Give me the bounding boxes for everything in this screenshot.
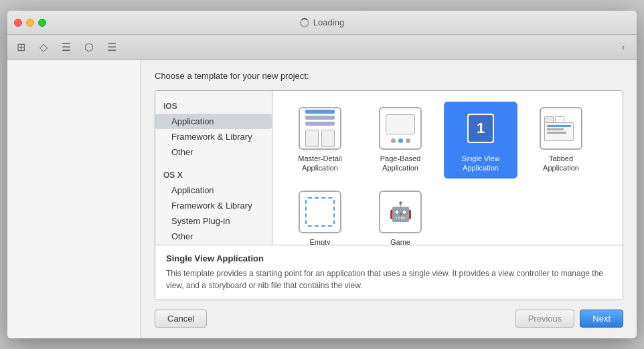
game-label: Game (390, 237, 410, 245)
bar2 (305, 116, 335, 120)
description-title: Single View Application (166, 253, 612, 263)
collapse-sidebar-button[interactable]: ‹ (617, 41, 630, 54)
ios-group-header: iOS (155, 96, 272, 114)
page-dots (391, 138, 410, 143)
dialog-buttons: Cancel Previous Next (155, 310, 623, 328)
line3 (547, 132, 566, 134)
bar1 (305, 110, 335, 114)
template-master-detail[interactable]: Master-DetailApplication (283, 102, 357, 179)
tab-content-lines (545, 123, 573, 136)
toolbar: ⊞ ◇ ☰ ⬡ ☰ ‹ (7, 35, 637, 60)
template-game[interactable]: 🤖 Game (364, 185, 437, 245)
template-tabbed[interactable]: TabbedApplication (524, 102, 598, 179)
cancel-button[interactable]: Cancel (155, 310, 207, 328)
titlebar-center: Loading (300, 17, 344, 27)
line2 (547, 128, 564, 130)
maximize-button[interactable] (38, 19, 46, 27)
template-empty[interactable]: EmptyApplication (283, 185, 357, 245)
sidebar-item-osx-plugin[interactable]: System Plug-in (155, 213, 272, 229)
tabbed-icon (540, 107, 582, 150)
sidebar-item-ios-framework[interactable]: Framework & Library (155, 129, 272, 144)
single-view-icon: 1 (459, 107, 502, 150)
dot3 (406, 138, 410, 143)
description-panel: Single View Application This template pr… (155, 245, 623, 300)
master-detail-icon (299, 107, 341, 150)
empty-label: EmptyApplication (302, 237, 338, 245)
close-button[interactable] (14, 19, 22, 27)
titlebar: Loading (7, 11, 637, 35)
minimize-button[interactable] (26, 19, 34, 27)
template-grid: Master-DetailApplication (272, 91, 623, 245)
bar-group (305, 130, 335, 147)
empty-icon (299, 191, 341, 233)
template-page-based[interactable]: Page-BasedApplication (364, 102, 437, 179)
titlebar-text: Loading (313, 17, 344, 27)
tab1 (544, 116, 554, 122)
dialog-panel: iOS Application Framework & Library Othe… (155, 90, 623, 300)
left-panel (305, 130, 319, 147)
loading-spinner-icon (300, 18, 309, 27)
right-buttons: Previous Next (515, 310, 623, 328)
tabbed-visual (544, 114, 578, 142)
template-sidebar: iOS Application Framework & Library Othe… (155, 91, 272, 245)
sidebar-item-osx-application[interactable]: Application (155, 183, 272, 198)
bookmark-icon[interactable]: ☰ (105, 41, 118, 54)
list-icon[interactable]: ☰ (60, 41, 73, 54)
description-text: This template provides a starting point … (166, 267, 612, 292)
tab-content (544, 122, 574, 141)
bar3 (305, 122, 335, 126)
empty-visual (305, 197, 335, 227)
page-rect (386, 114, 415, 134)
page-based-icon (379, 107, 422, 150)
traffic-lights (14, 19, 46, 27)
line1 (547, 125, 571, 127)
game-visual: 🤖 (389, 201, 412, 223)
sidebar-item-osx-framework[interactable]: Framework & Library (155, 198, 272, 213)
sidebar-item-osx-other[interactable]: Other (155, 229, 272, 244)
dialog-area: Choose a template for your new project: … (141, 60, 637, 338)
main-window: Loading ⊞ ◇ ☰ ⬡ ☰ ‹ Choose a template fo… (7, 11, 637, 338)
single-view-visual: 1 (467, 114, 494, 143)
main-content: Choose a template for your new project: … (7, 60, 637, 338)
single-view-label: Single ViewApplication (461, 154, 499, 173)
diamond-icon[interactable]: ◇ (37, 41, 50, 54)
sidebar-item-ios-application[interactable]: Application (155, 114, 272, 129)
sidebar-item-ios-other[interactable]: Other (155, 144, 272, 160)
page-based-label: Page-BasedApplication (380, 154, 421, 173)
previous-button[interactable]: Previous (515, 310, 575, 328)
osx-group-header: OS X (155, 165, 272, 183)
template-single-view[interactable]: 1 Single ViewApplication (444, 102, 517, 179)
dot2 (398, 138, 403, 143)
game-icon: 🤖 (379, 191, 422, 233)
tab2 (555, 116, 564, 122)
tag-icon[interactable]: ⬡ (82, 41, 96, 54)
sidebar (7, 60, 141, 338)
dialog-title: Choose a template for your new project: (155, 71, 623, 81)
tab-bar (544, 116, 578, 122)
right-panel (321, 130, 335, 147)
master-detail-visual (305, 110, 335, 147)
page-based-visual (386, 114, 415, 143)
dot1 (391, 138, 396, 143)
next-button[interactable]: Next (580, 310, 623, 328)
grid-icon[interactable]: ⊞ (14, 41, 27, 54)
tabbed-label: TabbedApplication (543, 154, 579, 173)
template-grid-area: Master-DetailApplication (272, 91, 623, 245)
master-detail-label: Master-DetailApplication (298, 154, 341, 173)
